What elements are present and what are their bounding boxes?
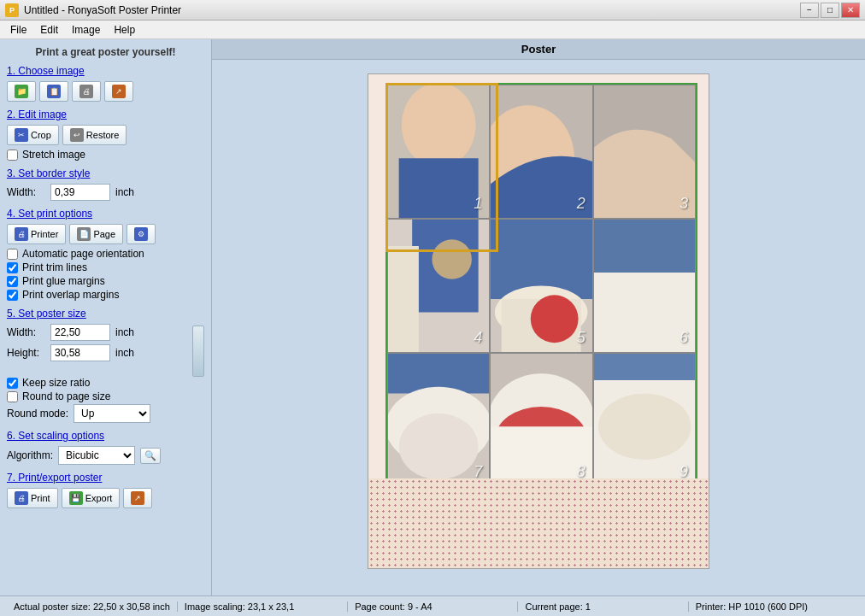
algorithm-select[interactable]: Bicubic Bilinear Nearest [58, 446, 135, 465]
trim-lines-checkbox[interactable] [7, 262, 18, 273]
stretch-image-checkbox[interactable] [7, 150, 18, 161]
grid-cell-1: 1 [387, 85, 490, 219]
window-title: Untitled - RonyaSoft Poster Printer [24, 4, 181, 16]
main-layout: Print a great poster yourself! 1. Choose… [0, 39, 865, 595]
print-options-extra-icon: ⚙ [134, 227, 148, 241]
svg-rect-27 [594, 354, 695, 380]
svg-point-9 [432, 239, 472, 279]
poster-canvas: 1 2 [212, 60, 865, 595]
section-poster-size[interactable]: 5. Set poster size [7, 308, 204, 320]
clipboard-icon: 📋 [47, 85, 61, 98]
print-options-buttons: 🖨 Printer 📄 Page ⚙ [7, 224, 204, 244]
trim-lines-label: Print trim lines [22, 261, 87, 273]
cell-number-1: 1 [474, 195, 482, 213]
menu-help[interactable]: Help [107, 22, 142, 38]
algorithm-row: Algorithm: Bicubic Bilinear Nearest 🔍 [7, 446, 204, 465]
grid-cell-5: 5 [490, 219, 592, 353]
round-to-page-checkbox[interactable] [7, 391, 18, 402]
svg-point-21 [399, 414, 479, 480]
svg-point-29 [598, 394, 691, 461]
section-print-export[interactable]: 7. Print/export poster [7, 472, 204, 484]
url-icon: ↗ [112, 85, 126, 98]
section-scaling-options[interactable]: 6. Set scaling options [7, 430, 204, 442]
page-icon: 📄 [77, 227, 91, 241]
print-export-buttons: 🖨 Print 💾 Export ↗ [7, 488, 204, 508]
open-scanner-button[interactable]: 🖨 [72, 81, 101, 102]
grid-cell-6: 6 [593, 219, 696, 353]
left-panel: Print a great poster yourself! 1. Choose… [0, 39, 212, 595]
app-icon: P [5, 3, 19, 17]
section-print-options[interactable]: 4. Set print options [7, 208, 204, 220]
crop-icon: ✂ [15, 128, 28, 142]
image-grid-wrapper: 1 2 [385, 83, 697, 489]
algorithm-label: Algorithm: [7, 449, 53, 461]
border-width-label: Width: [7, 186, 45, 198]
pink-dot-area [368, 478, 709, 568]
section-choose-image[interactable]: 1. Choose image [7, 65, 204, 77]
grid-cell-8: 8 [490, 353, 592, 487]
size-scrollbar-thumb[interactable] [192, 326, 204, 377]
stretch-image-label: Stretch image [22, 149, 85, 161]
title-bar-left: P Untitled - RonyaSoft Poster Printer [5, 3, 181, 17]
printer-button[interactable]: 🖨 Printer [7, 224, 66, 244]
open-clipboard-button[interactable]: 📋 [39, 81, 68, 102]
menu-image[interactable]: Image [65, 22, 107, 38]
poster-height-input[interactable] [50, 344, 110, 361]
border-width-input[interactable] [50, 184, 110, 201]
poster-header: Poster [212, 39, 865, 60]
export-button[interactable]: 💾 Export [62, 488, 121, 508]
cell-number-3: 3 [680, 195, 688, 213]
maximize-button[interactable]: □ [821, 3, 839, 18]
keep-size-ratio-row: Keep size ratio [7, 377, 204, 389]
cell-number-4: 4 [474, 329, 482, 347]
auto-orientation-row: Automatic page orientation [7, 248, 204, 260]
status-image-scaling: Image scaling: 23,1 x 23,1 [178, 601, 348, 612]
grid-cell-3: 3 [593, 85, 696, 219]
poster-width-label: Width: [7, 326, 45, 338]
print-button[interactable]: 🖨 Print [7, 488, 58, 508]
magnifier-icon: 🔍 [144, 450, 156, 461]
section-edit-image[interactable]: 2. Edit image [7, 109, 204, 120]
open-url-button[interactable]: ↗ [104, 81, 133, 102]
section-border-style[interactable]: 3. Set border style [7, 167, 204, 179]
cell-number-8: 8 [577, 463, 585, 481]
crop-button[interactable]: ✂ Crop [7, 125, 59, 145]
size-scrollbar [192, 324, 204, 377]
share-button[interactable]: ↗ [123, 488, 152, 508]
round-mode-row: Round mode: Up Down [7, 404, 204, 423]
keep-size-ratio-label: Keep size ratio [22, 377, 90, 389]
auto-orientation-checkbox[interactable] [7, 249, 18, 260]
page-button[interactable]: 📄 Page [69, 224, 123, 244]
scaling-info-button[interactable]: 🔍 [140, 448, 161, 464]
minimize-button[interactable]: − [800, 3, 819, 18]
overlap-margins-label: Print overlap margins [22, 289, 119, 301]
menu-file[interactable]: File [3, 22, 33, 38]
trim-lines-row: Print trim lines [7, 261, 204, 273]
restore-button[interactable]: ↩ Restore [62, 125, 127, 145]
poster-width-unit: inch [115, 326, 134, 338]
poster-width-input[interactable] [50, 324, 110, 341]
status-page-count: Page count: 9 - A4 [348, 601, 518, 612]
grid-cell-9: 9 [593, 353, 696, 487]
scanner-icon: 🖨 [79, 85, 93, 98]
stretch-image-row: Stretch image [7, 149, 204, 161]
cell-number-5: 5 [577, 329, 585, 347]
glue-margins-checkbox[interactable] [7, 276, 18, 287]
menu-bar: File Edit Image Help [0, 21, 865, 39]
status-printer: Printer: HP 1010 (600 DPI) [689, 601, 858, 612]
open-file-button[interactable]: 📁 [7, 81, 36, 102]
overlap-margins-checkbox[interactable] [7, 290, 18, 301]
close-button[interactable]: ✕ [841, 3, 860, 18]
print-options-extra-button[interactable]: ⚙ [127, 224, 156, 244]
cell-number-2: 2 [577, 195, 585, 213]
keep-size-ratio-checkbox[interactable] [7, 378, 18, 389]
poster-size-group: Width: inch Height: inch [7, 324, 204, 377]
cell-number-6: 6 [680, 329, 688, 347]
right-panel: Poster 1 [212, 39, 865, 595]
menu-edit[interactable]: Edit [33, 22, 65, 38]
round-mode-select[interactable]: Up Down [74, 404, 150, 423]
grid-cell-2: 2 [490, 85, 592, 219]
overlap-margins-row: Print overlap margins [7, 289, 204, 301]
size-fields: Width: inch Height: inch [7, 324, 189, 365]
choose-image-buttons: 📁 📋 🖨 ↗ [7, 81, 204, 102]
